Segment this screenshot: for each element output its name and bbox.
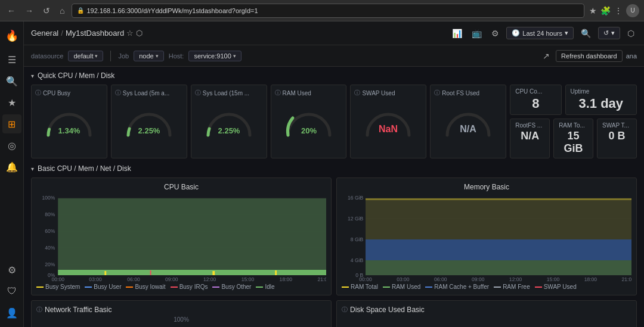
app: 🔥 ☰ 🔍 ★ ⊞ ◎ 🔔 ⚙ 🛡 👤 General / My1stDashb…	[0, 21, 644, 327]
svg-text:00:00: 00:00	[359, 276, 372, 281]
reload-button[interactable]: ↺	[41, 5, 52, 17]
svg-text:80%: 80%	[45, 211, 55, 217]
busy-user-dot	[85, 286, 92, 288]
svg-rect-23	[275, 270, 277, 275]
settings-icon[interactable]: ⋮	[614, 6, 623, 15]
ram-total-title: RAM To...	[559, 122, 588, 129]
filter-separator	[110, 51, 111, 61]
ram-free-legend-label: RAM Free	[503, 284, 530, 290]
time-range-picker[interactable]: 🕐 Last 24 hours ▾	[506, 27, 574, 39]
home-button[interactable]: ⌂	[57, 5, 67, 17]
tv-mode-icon[interactable]: 📺	[469, 27, 484, 39]
sys-load-5m-title: Sys Load (5m a...	[123, 90, 169, 96]
avatar[interactable]: U	[626, 4, 639, 17]
back-button[interactable]: ←	[5, 5, 18, 17]
disk-basic-card: ⓘ Disk Space Used Basic	[336, 300, 637, 327]
busy-system-dot	[36, 286, 44, 288]
network-chart-placeholder: 100%	[36, 316, 326, 323]
svg-text:2.25%: 2.25%	[138, 126, 160, 135]
chart-type-icon[interactable]: 📊	[450, 27, 465, 39]
main-content: General / My1stDashboard ☆ ⬡ 📊 📺 ⚙ 🕐 Las…	[24, 21, 644, 327]
info-icon-cpu: ⓘ	[35, 89, 41, 97]
sidebar-shield-button[interactable]: 🛡	[2, 282, 21, 301]
sys-load-15m-card: ⓘ Sys Load (15m ... 2.25%	[191, 85, 267, 158]
ram-total-card: RAM To... 15 GiB	[553, 119, 593, 158]
swap-used-card: ⓘ SWAP Used NaN	[350, 85, 426, 158]
sidebar-user-button[interactable]: 👤	[2, 303, 21, 322]
svg-text:06:00: 06:00	[127, 276, 140, 281]
forward-button[interactable]: →	[23, 5, 36, 17]
dashboard-settings-icon[interactable]: ⚙	[489, 27, 501, 39]
zoom-out-icon[interactable]: 🔍	[578, 27, 593, 39]
sidebar-alerting-button[interactable]: 🔔	[2, 157, 21, 176]
ram-cache-legend-label: RAM Cache + Buffer	[434, 284, 489, 290]
share-icon[interactable]: ⬡	[625, 27, 637, 39]
refresh-interval-button[interactable]: ↺ ▾	[598, 27, 620, 39]
svg-text:100%: 100%	[42, 195, 55, 201]
mem-chart-area: 16 GiB 12 GiB 8 GiB 4 GiB 0 B	[342, 195, 631, 281]
svg-text:18:00: 18:00	[584, 276, 597, 281]
filterbar: datasource default ▾ Job node ▾ Host: se…	[24, 45, 644, 67]
topbar-right: 📊 📺 ⚙ 🕐 Last 24 hours ▾ 🔍 ↺ ▾ ⬡	[450, 27, 637, 39]
breadcrumb-general[interactable]: General	[31, 29, 58, 38]
svg-text:40%: 40%	[45, 245, 55, 251]
sidebar-starred-button[interactable]: ★	[2, 93, 21, 112]
sidebar-config-button[interactable]: ⚙	[2, 260, 21, 279]
swap-used-legend-label: SWAP Used	[544, 284, 577, 290]
busy-system-label: Busy System	[45, 284, 80, 290]
rootfs-total-value: N/A	[515, 130, 544, 142]
cpu-chart-area: 100% 80% 60% 40% 20% 0%	[36, 195, 326, 281]
ram-free-dot	[494, 286, 501, 288]
sidebar-logo[interactable]: 🔥	[2, 26, 21, 45]
network-basic-card: ⓘ Network Traffic Basic 100%	[31, 300, 332, 327]
job-selector[interactable]: node ▾	[134, 51, 163, 61]
stat-cards-bottom-row: RootFS ... N/A RAM To... 15 GiB SWAP T..…	[510, 119, 637, 158]
rootfs-total-title: RootFS ...	[515, 122, 544, 129]
svg-text:09:00: 09:00	[165, 276, 178, 281]
ram-cache-dot	[425, 286, 432, 288]
ram-used-card: ⓘ RAM Used 20%	[271, 85, 347, 158]
datasource-caret: ▾	[95, 53, 98, 59]
open-new-tab-icon[interactable]: ↗	[540, 50, 552, 62]
stat-cards-column: CPU Co... 8 Uptime 3.1 day RootFS ... N/…	[510, 85, 637, 158]
ram-total-dot	[342, 286, 349, 288]
sidebar-dashboards-button[interactable]: ⊞	[2, 114, 21, 133]
legend-ram-free: RAM Free	[494, 284, 530, 290]
rootfs-total-card: RootFS ... N/A	[510, 119, 550, 158]
sidebar-collapse-button[interactable]: ☰	[2, 50, 21, 69]
cpu-busy-title: CPU Busy	[43, 90, 70, 96]
refresh-dashboard-button[interactable]: Refresh dashboard	[556, 50, 623, 62]
datasource-selector[interactable]: default ▾	[68, 51, 103, 61]
legend-busy-user: Busy User	[85, 284, 121, 290]
gauge-row: ⓘ CPU Busy 1.34% ⓘ Sys	[31, 85, 637, 158]
info-icon-rootfs: ⓘ	[434, 89, 440, 97]
host-selector[interactable]: service:9100 ▾	[188, 51, 241, 61]
basic-collapse-arrow[interactable]: ▾	[31, 166, 34, 172]
quick-collapse-arrow[interactable]: ▾	[31, 73, 34, 79]
svg-rect-45	[366, 198, 631, 239]
quick-section-header[interactable]: ▾ Quick CPU / Mem / Disk	[31, 71, 637, 80]
mem-chart-legend: RAM Total RAM Used RAM Cache + Buffer	[342, 284, 631, 290]
sidebar-explore-button[interactable]: ◎	[2, 136, 21, 155]
svg-rect-43	[366, 260, 631, 275]
dashboard-share-icon[interactable]: ⬡	[136, 29, 143, 38]
dashboard-star-icon[interactable]: ☆	[126, 29, 134, 38]
svg-text:12:00: 12:00	[203, 276, 216, 281]
address-bar[interactable]: 🔒 192.168.1.66:3000/d/rYdddlPWk/my1stdas…	[72, 4, 584, 18]
cpu-busy-gauge: 1.34%	[35, 99, 103, 141]
svg-text:18:00: 18:00	[280, 276, 293, 281]
disk-info-icon: ⓘ	[342, 306, 348, 314]
info-icon-swap: ⓘ	[354, 89, 360, 97]
busy-iowait-label: Busy Iowait	[135, 284, 165, 290]
svg-text:06:00: 06:00	[434, 276, 447, 281]
ram-total-legend-label: RAM Total	[351, 284, 378, 290]
svg-text:20%: 20%	[301, 126, 316, 135]
breadcrumb-dashboard[interactable]: My1stDashboard	[66, 29, 124, 38]
busy-iowait-dot	[126, 286, 133, 288]
sidebar-search-button[interactable]: 🔍	[2, 71, 21, 91]
basic-section-header[interactable]: ▾ Basic CPU / Mem / Net / Disk	[31, 164, 637, 173]
svg-rect-44	[366, 239, 631, 260]
bookmark-icon[interactable]: ★	[589, 6, 597, 15]
extensions-icon[interactable]: 🧩	[600, 6, 611, 15]
legend-busy-irqs: Busy IRQs	[171, 284, 208, 290]
